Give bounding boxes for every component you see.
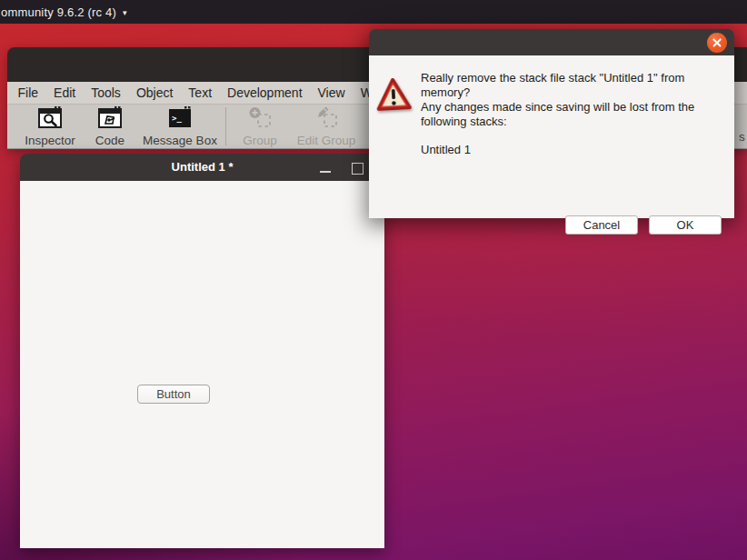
desktop: ommunity 9.6.2 (rc 4) ▾ File Edit Tools …	[0, 0, 747, 560]
dialog-message-line-1: Really remove the stack file stack "Unti…	[421, 71, 725, 100]
menu-object[interactable]: Object	[128, 82, 180, 105]
cancel-button[interactable]: Cancel	[565, 215, 638, 235]
chevron-down-icon: ▾	[123, 8, 127, 17]
menu-file[interactable]: File	[10, 82, 46, 105]
ok-button[interactable]: OK	[649, 215, 722, 235]
group-icon	[248, 106, 272, 132]
svg-text:>_: >_	[172, 114, 182, 123]
dialog-close-button[interactable]	[707, 33, 727, 53]
menu-view[interactable]: View	[310, 82, 353, 105]
dialog-body: Really remove the stack file stack "Unti…	[369, 55, 734, 218]
code-icon	[98, 106, 122, 132]
top-panel: ommunity 9.6.2 (rc 4) ▾	[0, 0, 747, 24]
maximize-button[interactable]	[346, 154, 368, 181]
toolbar-partial-labels: s P	[739, 130, 747, 144]
dialog-message-line-2: Any changes made since saving will be lo…	[421, 100, 725, 129]
toolbar-message-box-label: Message Box	[143, 134, 217, 147]
toolbar-group-label: Group	[243, 134, 277, 147]
menu-edit[interactable]: Edit	[46, 82, 84, 105]
menu-tools[interactable]: Tools	[84, 82, 129, 105]
stack-button-control[interactable]: Button	[137, 385, 210, 404]
menu-development[interactable]: Development	[220, 82, 311, 105]
inspector-icon	[38, 106, 62, 132]
stack-canvas[interactable]: Button	[20, 181, 384, 548]
toolbar-edit-group[interactable]: Edit Group	[276, 106, 376, 147]
remove-stack-dialog: Really remove the stack file stack "Unti…	[369, 29, 734, 218]
message-box-icon: >_	[168, 106, 192, 132]
toolbar-edit-group-label: Edit Group	[297, 134, 356, 147]
close-icon	[712, 38, 722, 47]
toolbar-code-label: Code	[95, 134, 124, 147]
panel-app-title[interactable]: ommunity 9.6.2 (rc 4)	[1, 5, 116, 19]
stack-titlebar[interactable]: Untitled 1 *	[20, 154, 384, 181]
warning-icon	[375, 77, 412, 114]
menu-text[interactable]: Text	[181, 82, 220, 105]
stack-window: Untitled 1 * Button	[20, 154, 384, 548]
dialog-message: Really remove the stack file stack "Unti…	[421, 71, 725, 157]
minimize-button[interactable]	[314, 154, 336, 181]
dialog-titlebar[interactable]	[369, 29, 734, 55]
edit-group-icon	[314, 106, 338, 132]
dialog-stack-list: Untitled 1	[421, 143, 725, 157]
